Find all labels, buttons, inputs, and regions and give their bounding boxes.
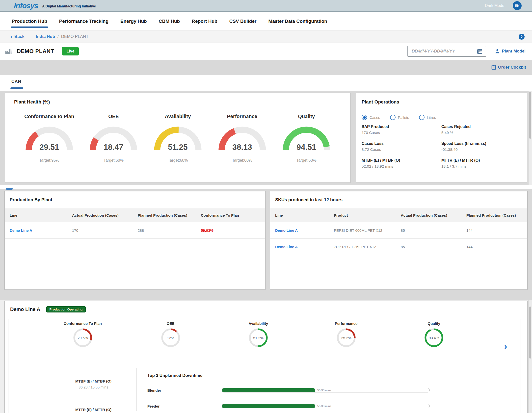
breadcrumb-current: DEMO PLANT bbox=[61, 34, 89, 39]
toolbar-strip: Order Cockpit bbox=[0, 60, 532, 75]
middle-section: Production By Plant Line Actual Producti… bbox=[0, 189, 532, 300]
ring-gauge: 12% bbox=[160, 327, 181, 348]
help-icon[interactable]: ? bbox=[519, 34, 525, 40]
dark-mode-toggle[interactable]: Dark Mode bbox=[485, 3, 504, 8]
line-link[interactable]: Demo Line A bbox=[270, 228, 329, 232]
gauge-label: OEE bbox=[143, 321, 198, 326]
line-gauge-conformance: Conformance To Plan 29.5% bbox=[55, 321, 110, 349]
top-panels-area: Plant Health (%) Conformance to Plan 29.… bbox=[0, 91, 532, 185]
table-row: Demo Line A 7UP REG 1.25L PET X12 85 144 bbox=[270, 239, 527, 255]
avatar[interactable]: EK bbox=[513, 1, 522, 10]
downtime-bar-fill bbox=[222, 404, 315, 408]
metric-value: 5.49 % bbox=[441, 130, 521, 135]
metric-label: Cases Loss bbox=[362, 141, 441, 146]
app-root: Infosys A Digital Manufacturing Initiati… bbox=[0, 0, 532, 413]
line-gauge-oee: OEE 12% bbox=[143, 321, 198, 349]
demo-line-a-panel: Demo Line A Production Operating Conform… bbox=[4, 301, 528, 413]
chevron-right-icon[interactable]: › bbox=[504, 343, 507, 350]
gauge-label: Availability bbox=[231, 321, 286, 326]
metric-label: SAP Produced bbox=[362, 125, 441, 129]
downtime-bar: 55.33 mins bbox=[222, 404, 430, 408]
semicircle-gauge: 18.47 bbox=[86, 123, 140, 153]
cell-conformance: 59.03% bbox=[196, 228, 265, 232]
nav-report-hub[interactable]: Report Hub bbox=[191, 13, 218, 29]
cell-actual: 85 bbox=[396, 245, 461, 249]
line-link[interactable]: Demo Line A bbox=[270, 245, 329, 249]
cell-planned: 144 bbox=[461, 245, 527, 249]
unit-selector: Cases Pallets Litres bbox=[362, 115, 521, 120]
metric-label: MTBF (E) / MTBF (O) bbox=[50, 379, 136, 383]
plant-health-gauges: Conformance to Plan 29.51 Target:95% OEE… bbox=[5, 110, 350, 163]
back-label: Back bbox=[14, 34, 25, 39]
semicircle-gauge: 51.25 bbox=[151, 123, 205, 153]
gauge-availability: Availability 51.25 Target:60% bbox=[148, 114, 208, 163]
nav-csv-builder[interactable]: CSV Builder bbox=[229, 13, 257, 29]
gauge-target: Target:95% bbox=[20, 158, 79, 163]
back-chevron-icon: ‹ bbox=[10, 34, 12, 39]
metric-label: MTBF (E) / MTBF (O) bbox=[362, 158, 441, 163]
plant-health-panel: Plant Health (%) Conformance to Plan 29.… bbox=[5, 93, 351, 183]
column-header: Conformance To Plan bbox=[196, 213, 265, 217]
nav-master-data-configuration[interactable]: Master Data Configuration bbox=[268, 13, 328, 29]
metric-label: Cases Rejected bbox=[441, 125, 521, 129]
plant-operations-metrics: SAP Produced 170 Cases Cases Rejected 5.… bbox=[362, 125, 521, 169]
downtime-row-feeder: Feeder 55.33 mins bbox=[142, 398, 439, 413]
ring-gauge: 93.4% bbox=[423, 327, 445, 348]
scrollbar-vertical[interactable] bbox=[528, 91, 532, 185]
table-header: Line Actual Production (Cases) Planned P… bbox=[5, 208, 265, 222]
column-header: Planned Production (Cases) bbox=[133, 213, 196, 217]
gauge-label: Quality bbox=[277, 114, 336, 119]
metric-sap-produced: SAP Produced 170 Cases bbox=[362, 125, 441, 135]
radio-litres[interactable]: Litres bbox=[419, 115, 436, 120]
line-link[interactable]: Demo Line A bbox=[5, 228, 67, 232]
skus-panel: SKUs produced in last 12 hours Line Prod… bbox=[270, 191, 528, 290]
nav-production-hub[interactable]: Production Hub bbox=[11, 13, 48, 29]
scrollbar-vertical[interactable] bbox=[528, 300, 532, 413]
scrollbar-thumb[interactable] bbox=[529, 92, 531, 139]
column-header: Product bbox=[329, 213, 396, 217]
radio-cases[interactable]: Cases bbox=[362, 115, 380, 120]
unplanned-downtime-card: Top 3 Unplanned Downtime Blender 55.33 m… bbox=[142, 368, 439, 411]
nav-energy-hub[interactable]: Energy Hub bbox=[120, 13, 147, 29]
gauge-value: 93.4% bbox=[429, 336, 439, 340]
line-detail-section: Demo Line A Production Operating Conform… bbox=[0, 300, 532, 413]
order-cockpit-link[interactable]: Order Cockpit bbox=[491, 65, 526, 70]
radio-label: Cases bbox=[370, 115, 380, 120]
plant-health-title: Plant Health (%) bbox=[5, 93, 350, 110]
gauge-oee: OEE 18.47 Target:60% bbox=[84, 114, 143, 163]
live-badge[interactable]: Live bbox=[62, 47, 79, 55]
column-header: Line bbox=[270, 213, 329, 217]
radio-label: Litres bbox=[427, 115, 436, 120]
scrollbar-thumb[interactable] bbox=[529, 307, 531, 359]
radio-pallets[interactable]: Pallets bbox=[390, 115, 409, 120]
gauge-value: 29.5% bbox=[78, 336, 88, 340]
cell-planned: 144 bbox=[461, 228, 527, 232]
skus-title: SKUs produced in last 12 hours bbox=[270, 191, 527, 208]
radio-label: Pallets bbox=[398, 115, 409, 120]
calendar-icon[interactable] bbox=[477, 48, 483, 54]
cell-product: PEPSI DIET 600ML PET X12 bbox=[329, 228, 396, 232]
nav-cbm-hub[interactable]: CBM Hub bbox=[158, 13, 180, 29]
table-row: Demo Line A 170 288 59.03% bbox=[5, 222, 265, 239]
gauge-value: 94.51 bbox=[297, 143, 316, 152]
breadcrumb-hub-link[interactable]: India Hub bbox=[36, 34, 55, 39]
nav-performance-tracking[interactable]: Performance Tracking bbox=[58, 13, 109, 29]
tab-can-underline bbox=[10, 87, 23, 89]
gauge-target: Target:60% bbox=[213, 158, 272, 163]
semicircle-gauge: 38.13 bbox=[215, 123, 269, 153]
brand-bar: Infosys A Digital Manufacturing Initiati… bbox=[0, 0, 532, 12]
downtime-row-blender: Blender 55.33 mins bbox=[142, 382, 439, 398]
downtime-bar-fill bbox=[222, 388, 315, 392]
back-button[interactable]: ‹ Back bbox=[10, 34, 25, 39]
gauge-target: Target:60% bbox=[84, 158, 143, 163]
line-gauge-performance: Performance 25.2% bbox=[319, 321, 373, 349]
tab-can[interactable]: CAN bbox=[11, 79, 21, 84]
radio-icon bbox=[362, 115, 367, 120]
breadcrumb: ‹ Back India Hub / DEMO PLANT ? bbox=[0, 30, 532, 43]
plant-header: DEMO PLANT Live DD/MM/YY-DD/MM/YY bbox=[0, 43, 532, 60]
gauge-value: 38.13 bbox=[232, 143, 252, 152]
date-range-input[interactable]: DD/MM/YY-DD/MM/YY bbox=[407, 46, 486, 57]
plant-model-link[interactable]: Plant Model bbox=[495, 49, 526, 54]
ring-gauge: 51.2% bbox=[248, 327, 269, 348]
radio-icon bbox=[419, 115, 425, 120]
